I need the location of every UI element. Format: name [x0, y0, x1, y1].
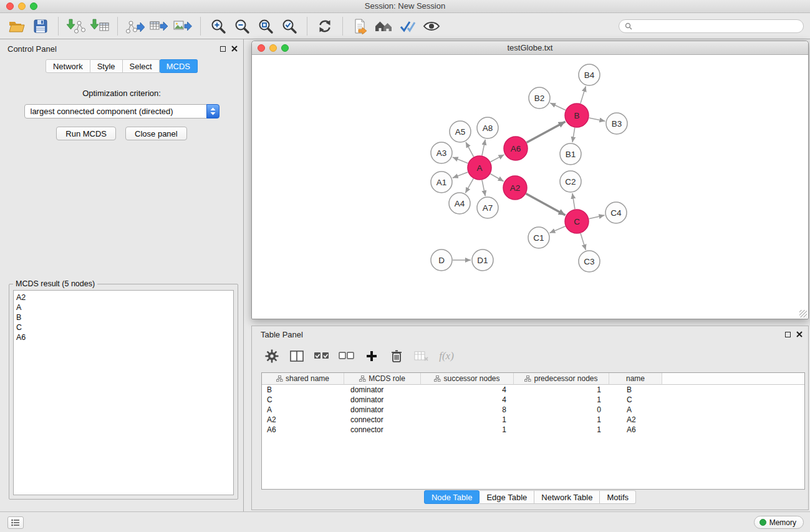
graph-edge-A-A2[interactable] [490, 174, 503, 181]
graph-node-A[interactable]: A [468, 156, 491, 180]
graph-node-C[interactable]: C [565, 210, 589, 233]
import-table-button[interactable] [88, 15, 112, 37]
table-cell[interactable]: A2 [609, 415, 662, 425]
graph-node-A2[interactable]: A2 [503, 176, 527, 200]
graph-node-B[interactable]: B [565, 104, 589, 127]
home-views-button[interactable] [372, 15, 396, 37]
graph-node-C1[interactable]: C1 [528, 227, 549, 248]
tab-select[interactable]: Select [123, 59, 160, 73]
table-cell[interactable]: 1 [514, 395, 609, 405]
show-graphics-details-button[interactable] [396, 15, 420, 37]
table-cell[interactable]: C [609, 395, 662, 405]
select-all-columns-button[interactable] [312, 346, 332, 366]
column-header-name[interactable]: name [609, 373, 662, 385]
table-row[interactable]: A6connector11A6 [262, 425, 804, 435]
tab-network-table[interactable]: Network Table [534, 490, 600, 504]
graph-node-D[interactable]: D [431, 249, 452, 271]
graph-edge-A-A8[interactable] [482, 140, 485, 156]
table-cell[interactable]: connector [344, 415, 421, 425]
table-cell[interactable]: 8 [421, 405, 514, 415]
graph-edge-B-B2[interactable] [550, 103, 566, 110]
mcds-result-list[interactable]: A2ABCA6 [13, 290, 234, 495]
table-cell[interactable]: B [609, 385, 662, 395]
table-cell[interactable]: dominator [344, 405, 421, 415]
column-header-shared-name[interactable]: shared name [262, 373, 344, 385]
run-mcds-button[interactable]: Run MCDS [56, 127, 116, 140]
show-hide-button[interactable] [420, 15, 443, 37]
graph-node-A4[interactable]: A4 [449, 193, 470, 214]
add-row-button[interactable] [362, 346, 382, 366]
export-image-button[interactable] [171, 15, 195, 37]
mcds-result-item[interactable]: A2 [16, 293, 233, 302]
search-input[interactable] [635, 22, 798, 31]
graph-node-A5[interactable]: A5 [450, 121, 471, 142]
graph-node-C3[interactable]: C3 [579, 251, 600, 272]
network-zoom-button[interactable] [281, 44, 289, 52]
graph-edge-A-A5[interactable] [466, 142, 474, 157]
table-row[interactable]: Bdominator41B [262, 385, 804, 395]
graph-node-B2[interactable]: B2 [529, 87, 550, 109]
column-header-mcds-role[interactable]: MCDS role [344, 373, 421, 385]
table-cell[interactable]: A6 [262, 425, 344, 435]
table-cell[interactable]: C [262, 395, 344, 405]
graph-edge-A-A4[interactable] [465, 178, 473, 193]
table-settings-button[interactable] [262, 346, 282, 366]
mcds-result-item[interactable]: C [16, 322, 233, 332]
graph-node-C2[interactable]: C2 [560, 171, 581, 192]
table-cell[interactable]: 1 [421, 425, 514, 435]
graph-node-A7[interactable]: A7 [477, 197, 498, 218]
save-session-button[interactable] [29, 15, 52, 37]
network-window-titlebar[interactable]: testGlobe.txt [252, 41, 808, 55]
table-cell[interactable]: B [262, 385, 344, 395]
graph-edge-A2-C[interactable] [526, 194, 566, 215]
graph-edge-A-A7[interactable] [482, 180, 485, 196]
zoom-in-button[interactable] [206, 15, 230, 37]
graph-edge-B-B3[interactable] [589, 118, 605, 121]
tab-network[interactable]: Network [46, 59, 90, 73]
delete-row-button[interactable] [387, 346, 407, 366]
mcds-result-item[interactable]: A [16, 302, 233, 312]
graph-node-B1[interactable]: B1 [560, 143, 581, 165]
column-header-predecessor-nodes[interactable]: predecessor nodes [514, 373, 609, 385]
open-session-button[interactable] [5, 15, 29, 37]
graph-node-C4[interactable]: C4 [605, 202, 627, 223]
table-row[interactable]: Cdominator41C [262, 395, 804, 405]
table-cell[interactable]: A [262, 405, 344, 415]
tab-mcds[interactable]: MCDS [160, 59, 198, 73]
refresh-button[interactable] [313, 15, 337, 37]
table-cell[interactable]: dominator [344, 395, 421, 405]
table-cell[interactable]: 4 [421, 385, 514, 395]
graph-edge-C-C3[interactable] [581, 233, 586, 250]
tab-style[interactable]: Style [90, 59, 123, 73]
graph-edge-C-C1[interactable] [549, 226, 565, 233]
search-field[interactable] [619, 19, 804, 33]
tab-edge-table[interactable]: Edge Table [480, 490, 534, 504]
graph-node-A3[interactable]: A3 [431, 142, 452, 163]
table-cell[interactable]: 1 [514, 415, 609, 425]
export-network-button[interactable] [123, 15, 147, 37]
open-session-file-button[interactable] [349, 15, 372, 37]
graph-edge-A-A1[interactable] [453, 172, 468, 178]
close-window-button[interactable] [6, 2, 14, 10]
table-row[interactable]: Adominator80A [262, 405, 804, 415]
zoom-window-button[interactable] [30, 2, 37, 10]
graph-node-D1[interactable]: D1 [472, 249, 493, 271]
export-table-button[interactable] [147, 15, 171, 37]
network-close-button[interactable] [258, 44, 265, 52]
graph-edge-B-B4[interactable] [581, 86, 586, 104]
table-row[interactable]: A2connector11A2 [262, 415, 804, 425]
table-cell[interactable]: A [609, 405, 662, 415]
column-header-successor-nodes[interactable]: successor nodes [421, 373, 514, 385]
table-cell[interactable]: 1 [421, 415, 514, 425]
task-history-button[interactable] [7, 516, 24, 529]
close-panel-button[interactable] [231, 44, 238, 54]
resize-grip[interactable] [799, 310, 807, 317]
delete-table-button[interactable] [412, 346, 432, 366]
graph-node-A1[interactable]: A1 [431, 172, 452, 193]
table-cell[interactable]: 0 [514, 405, 609, 415]
table-cell[interactable]: 4 [421, 395, 514, 405]
table-cell[interactable]: 1 [514, 385, 609, 395]
network-minimize-button[interactable] [269, 44, 277, 52]
table-cell[interactable]: dominator [344, 385, 421, 395]
function-builder-button[interactable]: f(x) [436, 346, 456, 366]
